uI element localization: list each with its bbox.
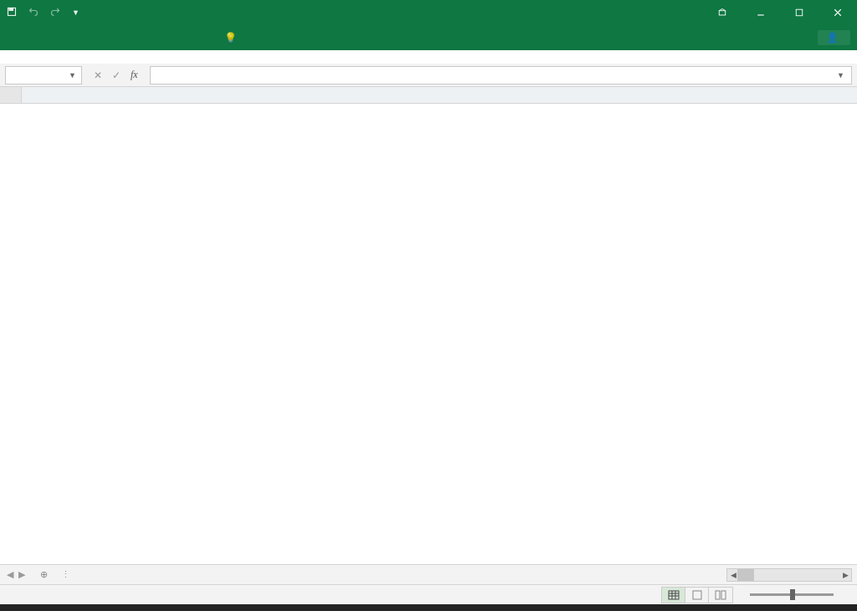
svg-rect-13: [716, 591, 720, 599]
tab-pagelayout[interactable]: [77, 25, 100, 50]
column-headers: [0, 87, 857, 104]
formula-bar: ▼ ✕ ✓ fx ▼: [0, 64, 857, 87]
close-icon[interactable]: [819, 0, 857, 25]
tab-view[interactable]: [171, 25, 194, 50]
qat-customize-icon[interactable]: ▼: [72, 8, 80, 17]
title-bar: ▼: [0, 0, 857, 25]
spreadsheet-grid[interactable]: [0, 87, 857, 564]
sheet-nav-prev-icon[interactable]: ◀: [7, 569, 13, 580]
view-pagelayout-icon[interactable]: [685, 588, 709, 603]
bottom-bar: [0, 604, 857, 611]
zoom-slider[interactable]: [750, 593, 834, 596]
maximize-icon[interactable]: [780, 0, 819, 25]
fx-icon[interactable]: fx: [131, 69, 138, 81]
tab-formulas[interactable]: [100, 25, 124, 50]
formula-input[interactable]: ▼: [150, 66, 852, 85]
chevron-down-icon[interactable]: ▼: [69, 71, 76, 80]
add-sheet-button[interactable]: ⊕: [32, 569, 56, 580]
view-normal-icon[interactable]: [662, 588, 685, 603]
redo-icon[interactable]: [50, 7, 60, 19]
tab-data[interactable]: [124, 25, 147, 50]
svg-rect-4: [796, 9, 803, 16]
svg-rect-12: [693, 591, 701, 599]
tab-insert[interactable]: [54, 25, 77, 50]
svg-rect-1: [9, 8, 13, 10]
ribbon-tabs: 💡 👤: [0, 25, 857, 50]
share-button[interactable]: 👤: [818, 30, 850, 45]
accept-formula-icon[interactable]: ✓: [112, 69, 121, 81]
tab-home[interactable]: [30, 25, 54, 50]
select-all-corner[interactable]: [0, 87, 22, 103]
undo-icon[interactable]: [28, 7, 38, 19]
tab-file[interactable]: [7, 25, 30, 50]
svg-rect-14: [721, 591, 726, 599]
scroll-right-icon[interactable]: ▶: [839, 571, 851, 579]
svg-rect-2: [719, 11, 726, 15]
expand-formula-icon[interactable]: ▼: [837, 71, 844, 80]
tellme-search[interactable]: 💡: [224, 32, 242, 44]
tab-resize-handle[interactable]: ⋮: [56, 569, 75, 580]
name-box[interactable]: ▼: [5, 66, 82, 85]
save-icon[interactable]: [7, 7, 17, 19]
ribbon-options-icon[interactable]: [703, 0, 742, 25]
horizontal-scrollbar[interactable]: ◀ ▶: [726, 568, 852, 582]
status-bar: [0, 584, 857, 604]
lightbulb-icon: 💡: [224, 32, 237, 44]
sheet-tab-bar: ◀ ▶ ⊕ ⋮ ◀ ▶: [0, 564, 857, 584]
minimize-icon[interactable]: [742, 0, 780, 25]
svg-rect-7: [669, 591, 679, 599]
share-icon: 👤: [826, 32, 839, 44]
tab-review[interactable]: [147, 25, 171, 50]
sheet-nav-next-icon[interactable]: ▶: [18, 569, 25, 580]
view-pagebreak-icon[interactable]: [709, 588, 732, 603]
tab-team[interactable]: [194, 25, 218, 50]
cancel-formula-icon[interactable]: ✕: [94, 69, 102, 81]
scroll-thumb[interactable]: [737, 569, 754, 581]
view-buttons: [661, 587, 733, 603]
